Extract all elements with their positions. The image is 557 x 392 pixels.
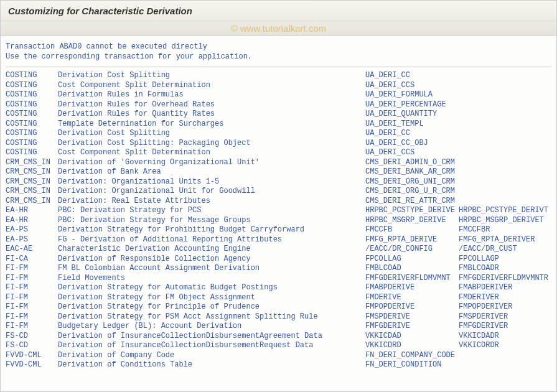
table-row: FI-CADerivation of Responsible Collectio… <box>6 254 551 264</box>
cell-command-2 <box>459 100 551 110</box>
cell-category: COSTING <box>6 119 58 129</box>
cell-command: UA_DERI_FORMULA <box>365 90 459 100</box>
cell-command: UA_DERI_CC <box>365 129 459 139</box>
cell-command: VKKICDRD <box>365 341 459 351</box>
cell-command: UA_DERI_TEMPL <box>365 119 459 129</box>
cell-description: Derivation Rules for Quantity Rates <box>58 110 365 119</box>
cell-category: FI-FM <box>6 264 58 274</box>
header-area: Customizing for Characteristic Derivatio… <box>1 1 556 36</box>
table-row: COSTINGDerivation Rules for Quantity Rat… <box>6 110 551 119</box>
cell-category: CRM_CMS_IN <box>6 177 58 187</box>
table-row: EA-HRPBC: Derivation Strategy for PCSHRP… <box>6 206 551 216</box>
cell-description: Characteristic Derivation Accounting Eng… <box>58 245 365 254</box>
cell-command-2 <box>459 148 551 158</box>
table-row: COSTINGCost Component Split Determinatio… <box>6 81 551 91</box>
table-row: CRM_CMS_INDerivation of Bank AreaCMS_DER… <box>6 167 551 177</box>
cell-command: FMPOPDERIVE <box>365 302 459 312</box>
cell-description: Derivation of Responsible Collection Age… <box>58 254 365 264</box>
cell-command-2 <box>459 167 551 177</box>
cell-command-2 <box>459 177 551 187</box>
cell-command-2: FMBLCOADR <box>459 264 551 274</box>
cell-description: Derivation of Conditions Table <box>58 360 365 370</box>
cell-description: Derivation: Organizational Unit for Good… <box>58 187 365 197</box>
table-row: EA-PSFG - Derivation of Additional Repor… <box>6 235 551 245</box>
cell-command-2 <box>459 110 551 119</box>
cell-command-2: FMPOPDERIVER <box>459 302 551 312</box>
cell-command-2: VKKICDRDR <box>459 341 551 351</box>
table-row: FS-CDDerivation of InsuranceCollectionDi… <box>6 332 551 342</box>
cell-description: FM BL Colombian Account Assignment Deriv… <box>58 264 365 274</box>
cell-command: CMS_DERI_ORG_UNI_CRM <box>365 177 459 187</box>
table-row: FVVD-CMLDerivation of Conditions TableFN… <box>6 360 551 370</box>
cell-command-2: FMFG_RPTA_DERIVER <box>459 235 551 245</box>
cell-command: FMFGDERIVERFLDMVMNT <box>365 274 459 284</box>
cell-command: CMS_DERI_ORG_U_R_CRM <box>365 187 459 197</box>
table-row: CRM_CMS_INDerivation: Organizational Uni… <box>6 187 551 197</box>
table-row: FI-FMDerivation Strategy for PSM Acct As… <box>6 312 551 322</box>
cell-command: HRPBC_PCSTYPE_DERIVE <box>365 206 459 216</box>
cell-command: CMS_DERI_ADMIN_O_CRM <box>365 158 459 168</box>
cell-description: Derivation of Company Code <box>58 351 365 361</box>
table-row: COSTINGTemplate Determination for Surcha… <box>6 119 551 129</box>
cell-description: FG - Derivation of Additional Reporting … <box>58 235 365 245</box>
cell-description: Derivation Strategy for PSM Acct Assignm… <box>58 312 365 322</box>
cell-command: UA_DERI_CCS <box>365 148 459 158</box>
table-row: COSTINGDerivation Rules in FormulasUA_DE… <box>6 90 551 100</box>
title-bar: Customizing for Characteristic Derivatio… <box>1 1 556 21</box>
cell-description: Derivation Strategy for Principle of Pru… <box>58 302 365 312</box>
cell-description: Derivation Strategy for FM Object Assign… <box>58 293 365 303</box>
cell-command: FMFGDERIVE <box>365 322 459 332</box>
cell-description: Field Movements <box>58 274 365 284</box>
table-row: FI-FMFM BL Colombian Account Assignment … <box>6 264 551 274</box>
cell-category: FI-FM <box>6 322 58 332</box>
cell-command-2 <box>459 360 551 370</box>
cell-category: FI-FM <box>6 312 58 322</box>
cell-category: COSTING <box>6 139 58 149</box>
cell-category: COSTING <box>6 71 58 81</box>
cell-category: FS-CD <box>6 341 58 351</box>
cell-command-2 <box>459 119 551 129</box>
cell-command-2 <box>459 197 551 207</box>
cell-command: FMDERIVE <box>365 293 459 303</box>
cell-command: FMFG_RPTA_DERIVE <box>365 235 459 245</box>
table-row: COSTINGDerivation Cost Splitting: Packag… <box>6 139 551 149</box>
cell-category: COSTING <box>6 110 58 119</box>
cell-description: PBC: Derivation Strategy for Message Gro… <box>58 216 365 226</box>
table-row: FI-FMField MovementsFMFGDERIVERFLDMVMNTF… <box>6 274 551 284</box>
cell-command-2: FPCOLLAGP <box>459 254 551 264</box>
cell-description: PBC: Derivation Strategy for PCS <box>58 206 365 216</box>
cell-category: FI-FM <box>6 293 58 303</box>
cell-category: CRM_CMS_IN <box>6 197 58 207</box>
cell-description: Derivation of InsuranceCollectionDisburs… <box>58 332 365 342</box>
toolbar-area: © www.tutorialkart.com <box>1 21 556 36</box>
cell-command: FMCCFB <box>365 225 459 235</box>
cell-command: FMABPDERIVE <box>365 283 459 293</box>
cell-category: EA-HR <box>6 206 58 216</box>
cell-description: Derivation Strategy for Prohibiting Budg… <box>58 225 365 235</box>
cell-command: UA_DERI_CC <box>365 71 459 81</box>
cell-command-2: HRPBC_MSGRP_DERIVET <box>459 216 551 226</box>
cell-description: Derivation Cost Splitting: Packaging Obj… <box>58 139 365 149</box>
cell-command: CMS_DERI_BANK_AR_CRM <box>365 167 459 177</box>
cell-description: Derivation Rules for Overhead Rates <box>58 100 365 110</box>
cell-category: COSTING <box>6 129 58 139</box>
cell-command: UA_DERI_CCS <box>365 81 459 91</box>
cell-command: FMBLCOAD <box>365 264 459 274</box>
table-row: COSTINGDerivation Cost SplittingUA_DERI_… <box>6 129 551 139</box>
cell-command: FMSPDERIVE <box>365 312 459 322</box>
cell-command-2: HRPBC_PCSTYPE_DERIVT <box>459 206 551 216</box>
cell-category: EA-HR <box>6 216 58 226</box>
table-row: EAC-AECharacteristic Derivation Accounti… <box>6 245 551 254</box>
cell-command: FPCOLLAG <box>365 254 459 264</box>
cell-description: Derivation: Organizational Units 1-5 <box>58 177 365 187</box>
table-row: EA-PSDerivation Strategy for Prohibiting… <box>6 225 551 235</box>
table-row: FI-FMDerivation Strategy for Automatic B… <box>6 283 551 293</box>
cell-command: UA_DERI_CC_OBJ <box>365 139 459 149</box>
table-row: FS-CDDerivation of InsuranceCollectionDi… <box>6 341 551 351</box>
cell-category: FI-FM <box>6 302 58 312</box>
cell-command: HRPBC_MSGRP_DERIVE <box>365 216 459 226</box>
derivation-table: COSTINGDerivation Cost SplittingUA_DERI_… <box>6 71 551 370</box>
cell-category: CRM_CMS_IN <box>6 158 58 168</box>
cell-description: Derivation Strategy for Automatic Budget… <box>58 283 365 293</box>
cell-category: COSTING <box>6 148 58 158</box>
